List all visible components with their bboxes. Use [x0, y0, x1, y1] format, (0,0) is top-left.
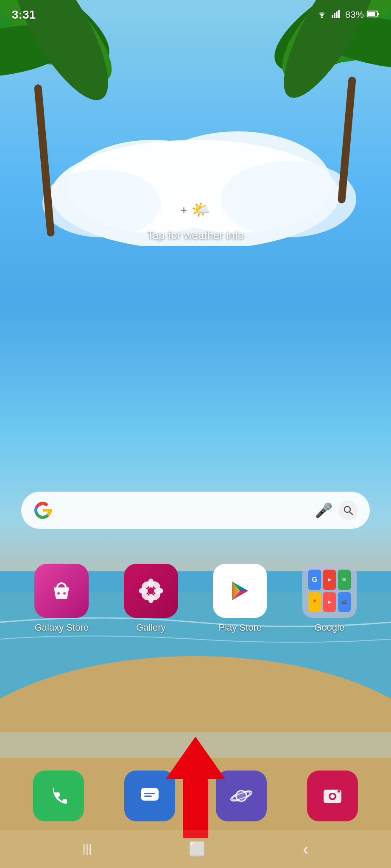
- arrow-body-icon: [183, 779, 208, 838]
- back-button[interactable]: ‹: [303, 840, 308, 859]
- svg-point-33: [63, 592, 66, 595]
- palm-right-icon: [230, 0, 391, 203]
- screenshot-icon: [307, 771, 358, 821]
- svg-point-53: [330, 794, 335, 798]
- phone-icon: [33, 771, 84, 821]
- weather-sun-icon: 🌤️: [191, 201, 210, 219]
- weather-info-text: Tap for weather info: [147, 229, 244, 242]
- recent-apps-button[interactable]: |||: [82, 842, 92, 856]
- google-folder-icon: G ▶ ✉ 📍 ▶ 📹: [302, 564, 357, 618]
- galaxy-store-icon: [34, 564, 89, 618]
- svg-rect-28: [368, 12, 375, 16]
- dock-screenshot[interactable]: [307, 771, 358, 821]
- status-bar: 3:31 83%: [0, 0, 391, 25]
- svg-line-31: [349, 512, 352, 515]
- svg-rect-5: [34, 84, 55, 236]
- dock-phone[interactable]: [33, 771, 84, 821]
- palm-left-icon: [0, 0, 161, 237]
- app-play-store[interactable]: Play Store: [213, 564, 267, 633]
- app-google-folder[interactable]: G ▶ ✉ 📍 ▶ 📹 Google: [302, 564, 357, 633]
- navigation-bar: ||| ⬜ ‹: [0, 830, 391, 868]
- gallery-icon: [124, 564, 178, 618]
- svg-point-22: [321, 17, 323, 18]
- google-folder-label: Google: [314, 622, 344, 633]
- play-store-icon: [213, 564, 267, 618]
- weather-icon-container[interactable]: + 🌤️: [171, 195, 220, 225]
- svg-rect-23: [332, 15, 333, 18]
- svg-rect-29: [378, 13, 379, 15]
- battery-percent: 83%: [345, 9, 364, 20]
- status-time: 3:31: [12, 8, 36, 22]
- play-store-label: Play Store: [219, 622, 262, 633]
- battery-icon: [367, 9, 379, 20]
- weather-add-icon: +: [181, 203, 187, 217]
- app-galaxy-store[interactable]: Galaxy Store: [34, 564, 89, 633]
- svg-rect-24: [334, 13, 335, 18]
- home-button[interactable]: ⬜: [189, 841, 206, 857]
- arrow-head-icon: [166, 737, 225, 779]
- svg-point-55: [338, 790, 340, 793]
- google-g-icon: [33, 501, 53, 520]
- app-gallery[interactable]: Gallery: [124, 564, 178, 633]
- svg-point-43: [148, 587, 154, 594]
- svg-rect-26: [338, 10, 340, 18]
- galaxy-store-label: Galaxy Store: [35, 622, 89, 633]
- svg-rect-54: [329, 790, 336, 793]
- weather-widget[interactable]: + 🌤️ Tap for weather info: [147, 195, 244, 242]
- app-row: Galaxy Store Gallery: [0, 564, 391, 633]
- search-bar[interactable]: 🎤: [21, 492, 370, 529]
- wifi-icon: [316, 9, 328, 21]
- lens-icon[interactable]: [338, 501, 358, 520]
- gallery-label: Gallery: [136, 622, 166, 633]
- svg-rect-25: [336, 11, 338, 18]
- svg-point-32: [57, 592, 60, 595]
- red-arrow: [166, 737, 225, 838]
- microphone-icon[interactable]: 🎤: [315, 502, 332, 519]
- signal-icon: [332, 9, 342, 21]
- svg-rect-46: [144, 796, 152, 797]
- svg-rect-45: [144, 793, 155, 794]
- svg-rect-11: [338, 76, 356, 203]
- status-icons: 83%: [316, 9, 379, 21]
